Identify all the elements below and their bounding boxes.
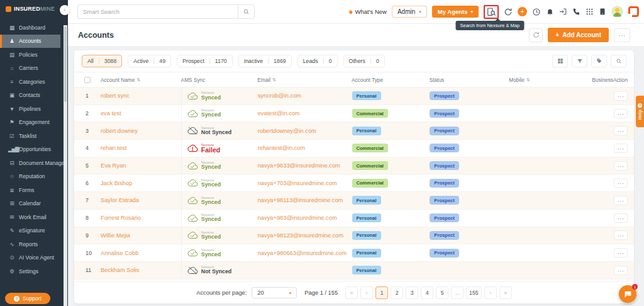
- tags-button[interactable]: [591, 55, 607, 67]
- search-button[interactable]: [238, 5, 254, 18]
- next-page-button[interactable]: ›: [484, 286, 497, 299]
- filter-chip-active[interactable]: Active 49: [128, 55, 171, 67]
- account-name-link[interactable]: Jack Bishop: [101, 180, 132, 186]
- email-link[interactable]: robertdowney@in.com: [258, 128, 316, 134]
- column-header-mobile[interactable]: Mobile⇅: [509, 77, 587, 83]
- sidebar-item-dashboard[interactable]: ▦ Dashboard: [0, 21, 68, 35]
- sidebar-collapse-button[interactable]: ‹: [60, 5, 70, 15]
- page-button-155[interactable]: 155: [466, 286, 482, 299]
- account-name-link[interactable]: Eva Ryan: [101, 162, 126, 169]
- table-row[interactable]: 6 Jack Bishop Nexsure Synced navya+703@i…: [74, 174, 634, 192]
- email-link[interactable]: navya+9633@insuredmine.com: [258, 162, 340, 169]
- row-actions-button[interactable]: [614, 126, 628, 135]
- table-row[interactable]: 2 eva test Nexsure Synced evatest@in.com…: [74, 105, 634, 123]
- row-actions-button[interactable]: [614, 91, 628, 101]
- table-row[interactable]: 5 Eva Ryan Nexsure Synced navya+9633@ins…: [74, 157, 634, 175]
- sidebar-item-document-manager[interactable]: ⊟ Document Manager: [0, 156, 68, 170]
- per-page-select[interactable]: 20 ▾: [252, 287, 297, 298]
- chat-widget-button[interactable]: 1: [619, 285, 636, 303]
- sidebar-item-engagement[interactable]: ⚑ Engagement: [0, 116, 68, 130]
- row-actions-button[interactable]: [614, 266, 628, 275]
- sidebar-item-work-email[interactable]: ✉ Work Email: [0, 210, 68, 224]
- prev-page-button[interactable]: ‹: [360, 286, 373, 299]
- sidebar-item-reports[interactable]: ∿ Reports: [0, 237, 68, 251]
- column-header-account-name[interactable]: Account Name⇅: [101, 77, 181, 83]
- table-row[interactable]: 1 robert sync Nexsure Synced syncrob@in.…: [74, 88, 634, 105]
- avatar[interactable]: [611, 6, 623, 18]
- table-row[interactable]: 11 Beckham Solis Nexsure Not Synced Pers…: [74, 262, 634, 280]
- phone-button[interactable]: [572, 8, 580, 16]
- add-account-button[interactable]: + Add Account: [548, 28, 609, 42]
- account-name-link[interactable]: Annalise Cobb: [101, 250, 138, 256]
- row-actions-button[interactable]: [614, 248, 628, 258]
- row-actions-button[interactable]: [614, 144, 628, 153]
- history-button[interactable]: [532, 8, 541, 16]
- page-button-4[interactable]: 4: [421, 286, 433, 299]
- page-button-1[interactable]: 1: [375, 286, 388, 299]
- email-link[interactable]: navya+703@insuredmine.com: [258, 180, 337, 186]
- sidebar-item-policies[interactable]: ▤ Policies: [0, 48, 68, 62]
- email-link[interactable]: navya+98113@insuredmine.com: [258, 197, 343, 203]
- grid-view-button[interactable]: [552, 55, 568, 67]
- insuredmine-logo-icon[interactable]: [628, 6, 639, 17]
- notifications-button[interactable]: [546, 8, 554, 16]
- sidebar-item-categories[interactable]: ≡ Categories: [0, 75, 68, 89]
- sidebar-item-forms[interactable]: ≣ Forms: [0, 183, 68, 197]
- page-button-5[interactable]: 5: [436, 286, 448, 299]
- page-button-3[interactable]: 3: [406, 286, 418, 299]
- sync-accounts-button[interactable]: [529, 28, 543, 42]
- email-link[interactable]: syncrob@in.com: [258, 93, 301, 99]
- device-button[interactable]: [599, 8, 606, 16]
- last-page-button[interactable]: »: [499, 286, 512, 299]
- sort-icon[interactable]: ⇅: [272, 77, 276, 82]
- sidebar-item-opportunities[interactable]: ▂▅▇ Opportunities: [0, 143, 68, 157]
- sort-icon[interactable]: ⇅: [136, 77, 140, 82]
- my-agents-button[interactable]: My Agents ▾: [432, 6, 479, 18]
- first-page-button[interactable]: «: [345, 286, 358, 299]
- logout-button[interactable]: [559, 8, 567, 16]
- account-name-link[interactable]: rehan test: [101, 145, 126, 151]
- filter-chip-prospect[interactable]: Prospect 1170: [177, 55, 233, 67]
- ams-search-button[interactable]: [486, 7, 496, 17]
- email-link[interactable]: rehantest@in.com: [258, 145, 306, 151]
- table-row[interactable]: 3 robert downey Nexsure Not Synced rober…: [74, 122, 634, 140]
- table-row[interactable]: 9 Willie Mejia Nexsure Synced navya+9812…: [74, 227, 634, 245]
- admin-select[interactable]: Admin ▾: [392, 6, 427, 18]
- row-actions-button[interactable]: [614, 178, 628, 188]
- smart-search-input[interactable]: [78, 8, 238, 15]
- sidebar-scrollbar[interactable]: [64, 25, 67, 306]
- refresh-button[interactable]: [504, 8, 513, 16]
- table-row[interactable]: 8 Forrest Rosario Nexsure Synced navya+9…: [74, 210, 634, 227]
- sidebar-item-carriers[interactable]: ⌂ Carriers: [0, 62, 68, 76]
- row-actions-button[interactable]: [614, 213, 628, 223]
- whats-new-link[interactable]: What's New: [347, 8, 387, 16]
- account-name-link[interactable]: Beckham Solis: [101, 267, 140, 273]
- help-tab[interactable]: ? Help: [636, 96, 644, 127]
- filter-chip-leads[interactable]: Leads 0: [297, 55, 338, 67]
- quick-add-button[interactable]: +: [518, 7, 527, 16]
- account-name-link[interactable]: Willie Mejia: [101, 232, 130, 239]
- row-actions-button[interactable]: [614, 109, 628, 118]
- table-row[interactable]: 10 Annalise Cobb Nexsure Synced navya+98…: [74, 244, 634, 262]
- account-name-link[interactable]: Forrest Rosario: [101, 215, 141, 221]
- email-link[interactable]: navya+980663@insuredmine.com: [258, 250, 347, 256]
- filter-button[interactable]: [572, 55, 587, 67]
- select-all-checkbox[interactable]: [84, 77, 91, 83]
- account-name-link[interactable]: robert sync: [101, 93, 130, 99]
- row-actions-button[interactable]: [614, 161, 628, 171]
- sidebar-item-reputation[interactable]: ☆ Reputation: [0, 170, 68, 184]
- email-link[interactable]: navya+98123@insuredmine.com: [258, 232, 343, 239]
- table-row[interactable]: 7 Saylor Estrada Nexsure Synced navya+98…: [74, 192, 634, 210]
- sidebar-item-pipelines[interactable]: ▼ Pipelines: [0, 102, 68, 116]
- filter-chip-inactive[interactable]: Inactive 1869: [238, 55, 292, 67]
- sidebar-item-calendar[interactable]: ⊞ Calendar: [0, 197, 68, 211]
- support-button[interactable]: ? Support: [5, 293, 50, 304]
- filter-chip-others[interactable]: Others 0: [343, 55, 385, 67]
- email-link[interactable]: evatest@in.com: [258, 110, 300, 116]
- sort-icon[interactable]: ⇅: [526, 77, 530, 82]
- header-more-button[interactable]: [614, 28, 630, 42]
- table-search-button[interactable]: [611, 55, 626, 67]
- sidebar-item-settings[interactable]: ⚙ Settings: [0, 264, 68, 278]
- page-button-2[interactable]: 2: [391, 286, 403, 299]
- dialer-button[interactable]: [586, 8, 594, 16]
